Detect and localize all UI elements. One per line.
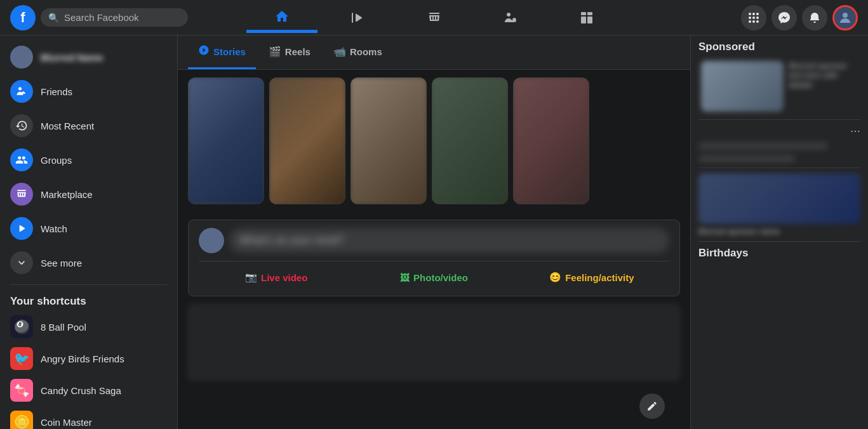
search-icon: 🔍	[48, 13, 59, 23]
stories-tab-icon	[198, 44, 210, 58]
candy-crush-label: Candy Crush Saga	[41, 385, 121, 396]
story-card-1[interactable]	[188, 77, 264, 204]
svg-rect-5	[587, 16, 592, 23]
live-video-icon: 📷	[245, 272, 257, 283]
svg-rect-2	[581, 12, 586, 15]
tab-stories[interactable]: Stories	[188, 36, 256, 69]
groups-label: Groups	[41, 155, 72, 166]
profile-avatar	[10, 46, 33, 69]
shortcut-angry-birds[interactable]: 🐦 Angry Birds Friends	[5, 343, 172, 374]
sidebar-item-see-more[interactable]: See more	[5, 246, 172, 279]
sponsored-text-2: Blurred sponsor name	[698, 227, 860, 236]
notifications-button[interactable]	[802, 5, 827, 30]
sidebar-item-groups[interactable]: Groups	[5, 143, 172, 176]
story-card-2[interactable]	[269, 77, 345, 204]
photo-video-button[interactable]: 🖼 Photo/video	[356, 267, 511, 288]
angry-birds-icon: 🐦	[10, 347, 33, 370]
sidebar-divider	[10, 284, 167, 285]
shortcut-coin-master[interactable]: 🪙 Coin Master	[5, 407, 172, 429]
feeling-label: Feeling/activity	[565, 272, 634, 283]
nav-center	[188, 3, 680, 33]
right-more-btns: ⋯	[698, 125, 860, 137]
svg-rect-3	[587, 12, 592, 15]
watch-label: Watch	[41, 223, 67, 234]
right-divider-1	[698, 119, 860, 120]
photo-video-label: Photo/video	[413, 272, 468, 283]
post-create-actions: 📷 Live video 🖼 Photo/video 😊 Feeling/act…	[199, 267, 669, 288]
reels-tab-icon: 🎬	[269, 46, 281, 58]
story-card-5[interactable]	[513, 77, 589, 204]
tab-rooms[interactable]: 📹 Rooms	[323, 37, 392, 69]
coin-master-label: Coin Master	[41, 417, 92, 428]
more-options-icon[interactable]: ⋯	[850, 125, 860, 137]
nav-right	[680, 5, 858, 30]
sponsored-img-2	[698, 173, 860, 224]
feeling-button[interactable]: 😊 Feeling/activity	[514, 267, 669, 288]
most-recent-icon	[10, 114, 33, 137]
right-blurred-content	[698, 142, 860, 162]
svg-point-13	[752, 20, 755, 23]
sponsored-text-1: Blurred sponsor text here with details	[789, 61, 858, 89]
photo-video-icon: 🖼	[400, 272, 410, 283]
sidebar-item-watch[interactable]: Watch	[5, 212, 172, 245]
stories-tab-label: Stories	[213, 46, 246, 57]
nav-store-button[interactable]	[399, 3, 470, 33]
see-more-label: See more	[41, 258, 82, 268]
shortcut-8ball[interactable]: 🎱 8 Ball Pool	[5, 312, 172, 342]
post-input[interactable]: What's on your mind?	[229, 228, 669, 253]
sidebar-item-most-recent[interactable]: Most Recent	[5, 109, 172, 142]
svg-point-11	[756, 16, 759, 19]
messenger-button[interactable]	[771, 5, 797, 30]
nav-video-button[interactable]	[323, 3, 394, 33]
live-video-button[interactable]: 📷 Live video	[199, 267, 354, 288]
shortcut-candy-crush[interactable]: 🍬 Candy Crush Saga	[5, 375, 172, 406]
svg-point-6	[749, 13, 751, 15]
nav-people-button[interactable]	[475, 3, 546, 33]
sidebar-item-marketplace[interactable]: Marketplace	[5, 178, 172, 211]
most-recent-label: Most Recent	[41, 121, 94, 131]
shortcuts-title: Your shortcuts	[0, 290, 177, 310]
profile-avatar-button[interactable]	[832, 5, 858, 30]
facebook-logo[interactable]: f	[10, 5, 36, 30]
sidebar-item-friends[interactable]: Friends	[5, 75, 172, 108]
svg-point-14	[756, 20, 759, 23]
search-placeholder: Search Facebook	[64, 12, 139, 23]
right-divider-3	[698, 241, 860, 242]
8ball-label: 8 Ball Pool	[41, 322, 86, 333]
feed-post-1	[188, 304, 680, 380]
groups-icon	[10, 148, 33, 171]
sponsored-card-1[interactable]: Blurred sponsor text here with details	[698, 58, 860, 114]
right-sponsored-area2: Blurred sponsor name	[698, 173, 860, 236]
reels-tab-label: Reels	[285, 46, 310, 57]
watch-icon	[10, 217, 33, 240]
rooms-tab-label: Rooms	[350, 46, 382, 57]
svg-point-8	[756, 13, 759, 15]
svg-point-7	[752, 13, 755, 15]
story-card-4[interactable]	[432, 77, 508, 204]
rooms-tab-icon: 📹	[333, 46, 346, 58]
nav-home-button[interactable]	[246, 3, 317, 33]
sidebar-profile[interactable]: Blurred Name	[5, 41, 172, 74]
body-layout: Blurred Name Friends Most Recent Groups	[0, 36, 868, 429]
search-box[interactable]: 🔍 Search Facebook	[41, 8, 188, 27]
story-card-3[interactable]	[351, 77, 427, 204]
candy-crush-icon: 🍬	[10, 379, 33, 402]
feeling-icon: 😊	[549, 272, 561, 283]
sponsored-img-1	[701, 61, 784, 112]
marketplace-icon	[10, 183, 33, 206]
angry-birds-label: Angry Birds Friends	[41, 353, 124, 364]
svg-point-1	[507, 13, 511, 16]
svg-point-9	[749, 16, 751, 19]
live-video-label: Live video	[261, 272, 307, 283]
apps-button[interactable]	[741, 5, 766, 30]
coin-master-icon: 🪙	[10, 411, 33, 429]
nav-board-button[interactable]	[551, 3, 622, 33]
stories-row	[178, 70, 690, 212]
tab-reels[interactable]: 🎬 Reels	[258, 37, 321, 69]
birthdays-title: Birthdays	[698, 247, 860, 260]
compose-button[interactable]	[639, 393, 665, 419]
right-sidebar: Sponsored Blurred sponsor text here with…	[690, 36, 868, 429]
post-avatar	[199, 228, 224, 253]
right-divider-2	[698, 168, 860, 168]
svg-point-16	[18, 87, 22, 90]
